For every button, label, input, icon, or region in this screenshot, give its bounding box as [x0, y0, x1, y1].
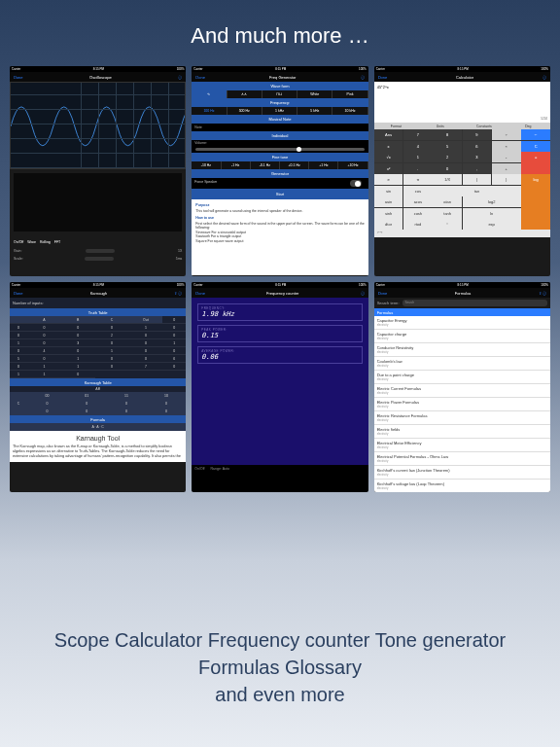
tab-fft[interactable]: FFT: [54, 240, 60, 244]
key-sqrt[interactable]: √x: [374, 152, 403, 162]
key-atan[interactable]: atan: [433, 196, 462, 207]
formula-list-item[interactable]: Kirchhoff's voltage law (Loop Theorem)el…: [374, 480, 550, 492]
key-1[interactable]: 1: [403, 152, 433, 162]
key-7[interactable]: 7: [403, 129, 433, 140]
key-dot[interactable]: .: [403, 163, 433, 174]
formula-list-item[interactable]: Electric Current Formulaselectricity: [374, 384, 550, 398]
kt-cell[interactable]: 0: [67, 400, 107, 408]
key-clear[interactable]: C: [521, 141, 550, 152]
kt-cell[interactable]: 0: [67, 408, 107, 415]
formula-list-item[interactable]: Capacitor Energyelectricity: [374, 316, 550, 330]
freq-1khz[interactable]: 1 kHz: [262, 107, 298, 115]
info-icon[interactable]: ⓘ: [361, 75, 365, 80]
done-button[interactable]: Done: [14, 75, 23, 80]
freq-100hz[interactable]: 100 Hz: [192, 107, 227, 115]
tune-minus10[interactable]: -10 Hz: [192, 161, 221, 169]
formula-list-item[interactable]: Electric Resistance Formulaselectricity: [374, 411, 550, 425]
freq-500hz[interactable]: 500 Hz: [228, 107, 262, 115]
key-dtor[interactable]: dtor: [374, 219, 403, 230]
volume-slider[interactable]: [195, 148, 364, 151]
key-2[interactable]: 2: [433, 152, 462, 162]
key-multiply[interactable]: ×: [492, 141, 521, 152]
info-icon[interactable]: ⓘ: [542, 75, 546, 80]
kt-cell[interactable]: 0: [27, 400, 67, 408]
formula-list-item[interactable]: Coulomb's lawelectricity: [374, 357, 550, 371]
tab-wave[interactable]: Wave: [27, 240, 36, 244]
tab-rolling[interactable]: Rolling: [40, 240, 51, 244]
key-rparen[interactable]: ): [492, 174, 521, 185]
tune-plus10[interactable]: +10 Hz: [338, 161, 368, 169]
key-4[interactable]: 4: [403, 141, 433, 152]
tune-plus1[interactable]: +1 Hz: [309, 161, 338, 169]
key-divide[interactable]: ÷: [492, 129, 521, 140]
formula-list-item[interactable]: Electrical Motor Efficiencyelectricity: [374, 439, 550, 452]
truth-cell[interactable]: 0: [27, 339, 61, 347]
done-button[interactable]: Done: [14, 291, 23, 296]
tab-constants[interactable]: Constants: [462, 123, 506, 129]
info-icon[interactable]: ⓘ: [178, 75, 182, 80]
tab-units[interactable]: Units: [418, 123, 462, 129]
kt-cell[interactable]: C: [10, 400, 27, 408]
kt-cell[interactable]: 0: [146, 400, 186, 408]
formula-list-item[interactable]: Capacitor chargeelectricity: [374, 330, 550, 343]
key-sin[interactable]: sin: [374, 186, 403, 196]
key-tan[interactable]: tan: [433, 186, 520, 196]
key-ln[interactable]: ln: [463, 208, 521, 219]
formula-list-item[interactable]: Electric fieldselectricity: [374, 425, 550, 439]
key-rtod[interactable]: rtod: [403, 219, 433, 230]
key-comma[interactable]: ,: [463, 163, 492, 174]
key-cos[interactable]: cos: [403, 186, 433, 196]
kt-cell[interactable]: 0: [107, 400, 147, 408]
key-lparen[interactable]: (: [463, 174, 492, 185]
kt-cell[interactable]: 0: [107, 408, 147, 415]
truth-cell[interactable]: 0: [128, 355, 162, 363]
tab-deg[interactable]: Deg: [507, 123, 550, 129]
search-input[interactable]: Search: [402, 300, 547, 306]
key-ans[interactable]: Ans: [374, 129, 403, 140]
key-sq[interactable]: x²: [374, 163, 403, 174]
key-6[interactable]: 6: [463, 141, 492, 152]
key-degree[interactable]: °: [433, 219, 462, 230]
done-button[interactable]: Done: [195, 291, 205, 296]
tune-minus01[interactable]: -0.1 Hz: [251, 161, 280, 169]
truth-cell[interactable]: 0: [61, 332, 95, 339]
tune-minus1[interactable]: -1 Hz: [222, 161, 251, 169]
force-speaker-toggle[interactable]: [350, 180, 362, 187]
formula-list-item[interactable]: Due to a point chargeelectricity: [374, 371, 550, 384]
key-exp[interactable]: exp: [463, 219, 521, 230]
wave-sawtooth[interactable]: ∧∧: [228, 90, 262, 98]
key-e[interactable]: e: [374, 174, 403, 185]
key-sinh[interactable]: sinh: [374, 208, 403, 219]
key-8[interactable]: 8: [433, 129, 462, 140]
key-pi[interactable]: π: [403, 174, 433, 185]
info-icon[interactable]: ⓘ: [361, 291, 365, 296]
truth-cell[interactable]: 0: [10, 347, 27, 355]
key-0[interactable]: 0: [433, 163, 462, 174]
truth-cell[interactable]: 0: [95, 324, 129, 332]
tab-format[interactable]: Format: [374, 123, 418, 129]
key-equals[interactable]: =: [521, 152, 550, 174]
key-asin[interactable]: asin: [374, 196, 403, 207]
key-3[interactable]: 3: [463, 152, 492, 162]
key-backspace[interactable]: ←: [521, 129, 550, 140]
start-button[interactable]: Start: [192, 189, 368, 199]
formula-list-item[interactable]: Electric Power Formulaselectricity: [374, 398, 550, 411]
tune-plus01[interactable]: +0.1 Hz: [280, 161, 309, 169]
truth-cell[interactable]: 0: [95, 363, 129, 371]
kt-cell[interactable]: 0: [27, 408, 67, 415]
key-plus[interactable]: +: [492, 163, 521, 174]
formula-list-item[interactable]: Conductor Resistivityelectricity: [374, 343, 550, 357]
key-5[interactable]: 5: [433, 141, 462, 152]
share-icon[interactable]: ⇪ ⓘ: [539, 291, 546, 296]
done-button[interactable]: Done: [195, 75, 205, 80]
kt-cell[interactable]: [10, 408, 27, 415]
calc-footer[interactable]: ↶ ↷: [374, 230, 550, 237]
key-log[interactable]: log: [521, 174, 550, 230]
truth-cell[interactable]: 0: [162, 347, 186, 355]
onoff-button[interactable]: On/Off: [194, 467, 204, 471]
freq-10khz[interactable]: 10 kHz: [332, 107, 368, 115]
key-inv[interactable]: 1/X: [433, 174, 462, 185]
kt-cell[interactable]: 0: [146, 408, 186, 415]
key-log2[interactable]: log2: [463, 196, 521, 207]
scale-slider[interactable]: [85, 257, 114, 261]
